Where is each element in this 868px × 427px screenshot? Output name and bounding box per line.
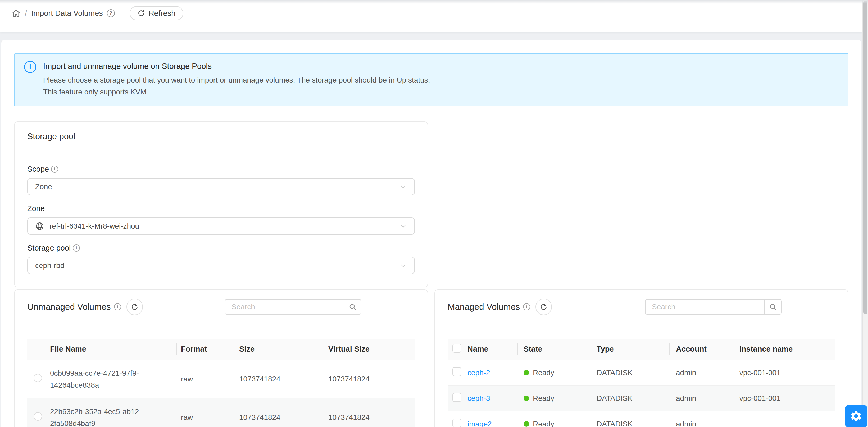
virtual-size: 1073741824 [324, 398, 415, 427]
row-radio[interactable] [34, 374, 42, 382]
size: 1073741824 [235, 398, 324, 427]
breadcrumb-current: Import Data Volumes [31, 9, 103, 18]
managed-search-button[interactable] [764, 299, 782, 314]
managed-panel-header: Managed Volumes i [435, 290, 848, 324]
unmanaged-table: File Name Format Size Virtual Size [27, 339, 415, 427]
col-size: Size [235, 339, 324, 360]
select-all-checkbox[interactable] [453, 344, 461, 353]
account: admin [670, 360, 733, 386]
main-card: i Import and unmanage volume on Storage … [1, 40, 861, 427]
col-name: Name [462, 339, 518, 360]
storage-pool-card-title: Storage pool [27, 131, 75, 141]
gear-icon [850, 410, 863, 423]
file-name: 22b63c2b-352a-4ec5-ab12-2fa508d4baf9 [50, 405, 161, 427]
zone-label-text: Zone [27, 203, 45, 214]
breadcrumb: / Import Data Volumes ? Refresh [12, 6, 183, 21]
help-question-icon[interactable]: ? [107, 9, 115, 17]
managed-search-input[interactable] [645, 299, 764, 314]
vertical-scrollbar[interactable] [863, 0, 868, 427]
storage-pool-card: Storage pool Scope i Zone [14, 121, 428, 287]
format: raw [177, 360, 235, 398]
storage-pool-select-value: ceph-rbd [35, 262, 65, 270]
storage-pool-card-header: Storage pool [14, 122, 428, 151]
scope-select[interactable]: Zone [27, 178, 415, 195]
alert-description-line: This feature only supports KVM. [43, 86, 430, 98]
account: admin [670, 386, 733, 411]
alert-title: Import and unmanage volume on Storage Po… [43, 60, 430, 72]
unmanaged-header-row: File Name Format Size Virtual Size [27, 339, 415, 360]
scope-select-value: Zone [35, 183, 52, 191]
content: i Import and unmanage volume on Storage … [0, 32, 863, 427]
unmanaged-search-button[interactable] [344, 299, 361, 314]
refresh-label: Refresh [149, 9, 176, 18]
chevron-down-icon [400, 262, 407, 269]
row-checkbox[interactable] [453, 419, 461, 427]
managed-header-row: Name State Type Account Instance name [447, 339, 835, 360]
managed-refresh-button[interactable] [535, 299, 552, 315]
volume-type: DATADISK [590, 386, 670, 411]
table-row[interactable]: 22b63c2b-352a-4ec5-ab12-2fa508d4baf9 raw… [27, 398, 415, 427]
reload-icon [131, 303, 138, 311]
storage-pool-info-icon[interactable]: i [73, 244, 80, 252]
col-file-name: File Name [44, 339, 177, 360]
reload-icon [540, 303, 547, 311]
col-state: State [518, 339, 590, 360]
col-instance-name: Instance name [733, 339, 835, 360]
size: 1073741824 [235, 360, 324, 398]
unmanaged-panel-body: File Name Format Size Virtual Size [14, 324, 428, 427]
chevron-down-icon [400, 183, 407, 190]
storage-pool-card-body: Scope i Zone Zone [14, 151, 428, 287]
managed-title: Managed Volumes [447, 302, 520, 312]
unmanaged-refresh-button[interactable] [126, 299, 143, 315]
breadcrumb-separator: / [25, 9, 27, 18]
row-checkbox[interactable] [453, 367, 461, 376]
status-dot [524, 396, 529, 401]
table-row[interactable]: ceph-2 Ready DATADISK admin vpc-001-001 [447, 360, 835, 386]
table-row[interactable]: 0cb099aa-cc7e-4721-97f9-14264bce838a raw… [27, 360, 415, 398]
managed-info-icon[interactable]: i [523, 303, 530, 310]
instance-name: vpc-001-001 [733, 360, 835, 386]
zone-label: Zone [27, 203, 415, 214]
table-row[interactable]: image2 Ready DATADISK admin [447, 411, 835, 427]
storage-pool-label-text: Storage pool [27, 243, 71, 253]
format: raw [177, 398, 235, 427]
scope-info-icon[interactable]: i [51, 165, 58, 173]
col-type: Type [590, 339, 670, 360]
alert-text: Import and unmanage volume on Storage Po… [43, 60, 430, 98]
search-icon [349, 303, 356, 311]
app: / Import Data Volumes ? Refresh [0, 0, 863, 427]
status-dot [524, 421, 529, 427]
page-header: / Import Data Volumes ? Refresh [0, 0, 863, 32]
volume-name-link[interactable]: ceph-3 [467, 394, 490, 402]
refresh-button[interactable]: Refresh [130, 6, 184, 20]
table-row[interactable]: ceph-3 Ready DATADISK admin vpc-001-001 [447, 386, 835, 411]
volume-name-link[interactable]: image2 [467, 420, 492, 427]
row-checkbox[interactable] [453, 393, 461, 402]
alert-description-line: Please choose a storage pool that you wa… [43, 74, 430, 86]
state-label: Ready [533, 394, 554, 403]
reload-icon [137, 9, 145, 17]
search-icon [769, 303, 777, 311]
managed-table: Name State Type Account Instance name [447, 339, 835, 427]
page: / Import Data Volumes ? Refresh [0, 0, 868, 427]
settings-fab-button[interactable] [845, 405, 867, 427]
state-label: Ready [533, 369, 554, 377]
zone-select-value: ref-trl-6341-k-Mr8-wei-zhou [50, 222, 139, 231]
instance-name: vpc-001-001 [733, 386, 835, 411]
row-radio[interactable] [34, 412, 42, 421]
col-account: Account [670, 339, 733, 360]
unmanaged-info-icon[interactable]: i [114, 303, 121, 310]
scope-label-text: Scope [27, 164, 49, 174]
managed-panel-body: Name State Type Account Instance name [435, 324, 848, 427]
volume-name-link[interactable]: ceph-2 [467, 369, 490, 377]
info-circle-icon: i [24, 61, 36, 73]
state-label: Ready [533, 420, 554, 427]
home-icon[interactable] [12, 9, 21, 18]
unmanaged-panel-header: Unmanaged Volumes i [14, 290, 428, 324]
zone-select[interactable]: ref-trl-6341-k-Mr8-wei-zhou [27, 217, 415, 235]
scrollbar-thumb[interactable] [863, 1, 867, 314]
col-virtual-size: Virtual Size [324, 339, 415, 360]
chevron-down-icon [400, 222, 407, 230]
unmanaged-search-input[interactable] [225, 299, 344, 314]
storage-pool-select[interactable]: ceph-rbd [27, 257, 415, 274]
